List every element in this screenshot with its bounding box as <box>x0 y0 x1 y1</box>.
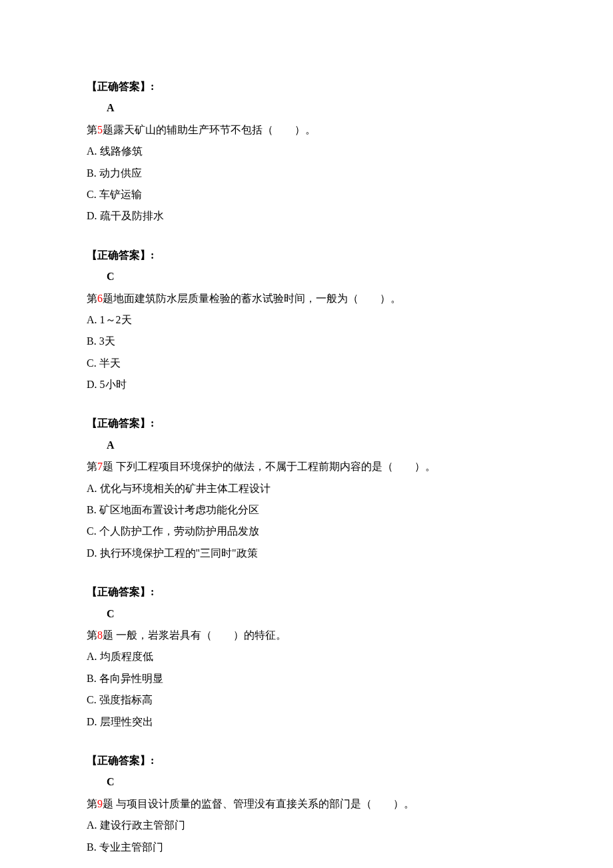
option: A. 均质程度低 <box>87 647 526 667</box>
document-content: 【正确答案】: A 第5题露天矿山的辅助生产环节不包括（ ）。 A. 线路修筑 … <box>87 77 526 857</box>
question-suffix: 题 <box>103 293 113 304</box>
option: B. 动力供应 <box>87 163 526 183</box>
spacer <box>87 395 526 413</box>
question-prefix: 第 <box>87 293 97 304</box>
question-number: 9 <box>97 798 103 809</box>
question-line: 第9题 与项目设计质量的监督、管理没有直接关系的部门是（ ）。 <box>87 794 526 814</box>
spacer <box>87 563 526 582</box>
answer-value: C <box>87 772 526 792</box>
answer-value: C <box>87 267 526 287</box>
option: D. 层理性突出 <box>87 712 526 732</box>
spacer <box>87 227 526 245</box>
question-text: 地面建筑防水层质量检验的蓄水试验时间，一般为（ ）。 <box>113 293 401 304</box>
option: C. 强度指标高 <box>87 690 526 710</box>
question-number: 6 <box>97 293 103 304</box>
question-line: 第6题地面建筑防水层质量检验的蓄水试验时间，一般为（ ）。 <box>87 289 526 309</box>
option: A. 1～2天 <box>87 310 526 330</box>
answer-value: A <box>87 98 526 118</box>
question-suffix: 题 <box>103 629 113 641</box>
question-suffix: 题 <box>103 461 113 472</box>
option: A. 线路修筑 <box>87 141 526 161</box>
answer-heading: 【正确答案】: <box>87 582 526 602</box>
answer-value: A <box>87 435 526 455</box>
question-prefix: 第 <box>87 629 97 641</box>
answer-heading: 【正确答案】: <box>87 77 526 97</box>
question-number: 8 <box>97 629 103 641</box>
option: D. 疏干及防排水 <box>87 206 526 226</box>
option: D. 执行环境保护工程的"三同时"政策 <box>87 543 526 563</box>
answer-heading: 【正确答案】: <box>87 751 526 771</box>
option: C. 车铲运输 <box>87 185 526 205</box>
option: B. 各向异性明显 <box>87 669 526 689</box>
option: C. 半天 <box>87 353 526 373</box>
question-text: 与项目设计质量的监督、管理没有直接关系的部门是（ ）。 <box>113 798 414 809</box>
option: D. 5小时 <box>87 375 526 395</box>
question-prefix: 第 <box>87 798 97 809</box>
option: B. 矿区地面布置设计考虑功能化分区 <box>87 500 526 520</box>
question-suffix: 题 <box>103 124 113 135</box>
answer-heading: 【正确答案】: <box>87 245 526 265</box>
answer-heading: 【正确答案】: <box>87 413 526 433</box>
option: B. 专业主管部门 <box>87 837 526 857</box>
option: B. 3天 <box>87 331 526 351</box>
question-number: 5 <box>97 124 103 135</box>
question-number: 7 <box>97 461 103 472</box>
question-text: 下列工程项目环境保护的做法，不属于工程前期内容的是（ ）。 <box>113 461 436 472</box>
question-prefix: 第 <box>87 461 97 472</box>
question-line: 第8题 一般，岩浆岩具有（ ）的特征。 <box>87 625 526 645</box>
option: A. 建设行政主管部门 <box>87 815 526 835</box>
question-prefix: 第 <box>87 124 97 135</box>
question-text: 露天矿山的辅助生产环节不包括（ ）。 <box>113 124 316 135</box>
question-text: 一般，岩浆岩具有（ ）的特征。 <box>113 629 287 641</box>
option: C. 个人防护工作，劳动防护用品发放 <box>87 521 526 541</box>
question-line: 第7题 下列工程项目环境保护的做法，不属于工程前期内容的是（ ）。 <box>87 457 526 477</box>
question-line: 第5题露天矿山的辅助生产环节不包括（ ）。 <box>87 120 526 140</box>
answer-value: C <box>87 604 526 624</box>
option: A. 优化与环境相关的矿井主体工程设计 <box>87 479 526 499</box>
spacer <box>87 732 526 751</box>
question-suffix: 题 <box>103 798 113 809</box>
